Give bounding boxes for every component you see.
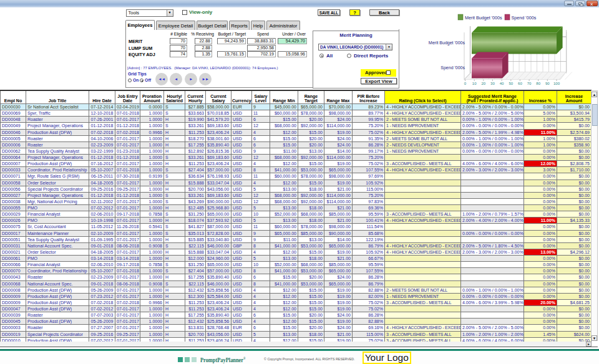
svg-text:40: 40: [500, 82, 504, 85]
svg-text:60: 60: [518, 82, 522, 85]
svg-text:50: 50: [509, 82, 513, 85]
svg-text:Spend '000s: Spend '000s: [512, 15, 537, 21]
svg-text:80: 80: [536, 82, 540, 85]
svg-text:90: 90: [545, 82, 550, 85]
svg-text:100: 100: [553, 82, 560, 85]
svg-text:30: 30: [490, 82, 495, 85]
svg-text:Merit Budget '000s: Merit Budget '000s: [465, 15, 502, 21]
svg-text:Spend '000s: Spend '000s: [441, 65, 465, 70]
svg-text:20: 20: [481, 82, 485, 85]
svg-text:0: 0: [464, 82, 467, 85]
svg-text:Merit Budget '000s: Merit Budget '000s: [429, 41, 465, 46]
svg-text:70: 70: [527, 82, 532, 85]
svg-text:10: 10: [472, 82, 477, 85]
